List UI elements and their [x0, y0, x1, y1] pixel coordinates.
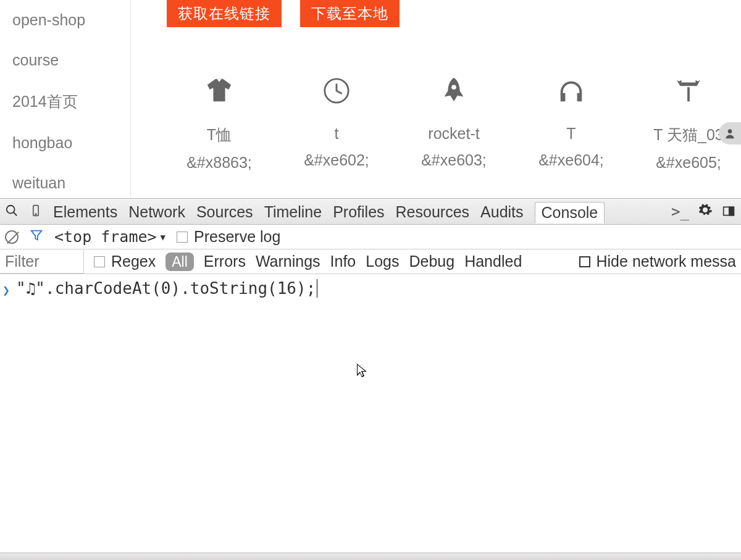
clock-icon	[320, 73, 354, 107]
filter-funnel-icon[interactable]	[30, 228, 43, 246]
headphones-icon	[555, 73, 588, 107]
tab-timeline[interactable]: Timeline	[264, 203, 322, 221]
user-badge-icon[interactable]	[719, 122, 741, 144]
device-icon[interactable]	[30, 203, 42, 221]
tab-console[interactable]: Console	[535, 202, 605, 224]
icon-cell-rocket[interactable]: rocket-t &#xe603;	[401, 73, 506, 172]
search-icon[interactable]	[5, 203, 19, 221]
icon-name: T恤	[207, 125, 232, 145]
icon-code: &#x8863;	[186, 154, 252, 172]
mouse-cursor-icon	[355, 361, 370, 381]
frame-selector[interactable]: <top frame> ▼	[54, 228, 165, 246]
svg-point-2	[728, 129, 732, 133]
hide-network-label: Hide network messa	[597, 253, 736, 270]
tshirt-icon	[203, 73, 237, 107]
devtools-tabbar: Elements Network Sources Timeline Profil…	[0, 199, 741, 225]
sidebar-item-weituan[interactable]: weituan	[0, 163, 130, 192]
icon-grid: T恤 &#x8863; t &#xe602; rocket-t &#xe603;	[167, 73, 741, 172]
icon-name: t	[335, 125, 339, 143]
preserve-log-checkbox[interactable]: Preserve log	[177, 228, 280, 246]
tab-sources[interactable]: Sources	[196, 203, 253, 221]
level-handled[interactable]: Handled	[464, 253, 522, 270]
tab-network[interactable]: Network	[128, 203, 185, 221]
hide-network-checkbox[interactable]: Hide network messa	[579, 253, 736, 270]
icon-cell-headphones[interactable]: T &#xe604;	[519, 73, 624, 172]
svg-rect-7	[729, 207, 734, 215]
icon-cell-tshirt[interactable]: T恤 &#x8863;	[167, 73, 272, 172]
tab-audits[interactable]: Audits	[480, 203, 523, 221]
download-local-button[interactable]: 下载至本地	[300, 0, 400, 27]
drawer-toggle-icon[interactable]: >_	[671, 203, 689, 220]
tab-elements[interactable]: Elements	[53, 203, 117, 221]
icon-code: &#xe603;	[421, 151, 487, 169]
regex-label: Regex	[111, 253, 156, 270]
icon-code: &#xe605;	[656, 154, 721, 172]
window-bottom-strip	[0, 553, 741, 560]
console-prompt-icon: ❯	[2, 279, 10, 298]
text-cursor-icon	[317, 279, 317, 298]
icon-name: T	[566, 125, 576, 143]
devtools-panel: Elements Network Sources Timeline Profil…	[0, 198, 741, 560]
icon-code: &#xe604;	[538, 151, 604, 169]
console-toolbar: <top frame> ▼ Preserve log	[0, 225, 741, 249]
tab-resources[interactable]: Resources	[396, 203, 470, 221]
level-warnings[interactable]: Warnings	[256, 253, 320, 270]
get-online-link-button[interactable]: 获取在线链接	[167, 0, 282, 27]
preserve-log-label: Preserve log	[194, 228, 280, 246]
svg-point-3	[7, 205, 15, 213]
console-body[interactable]: ❯ "♫".charCodeAt(0).toString(16);	[0, 274, 741, 560]
sidebar-item-course[interactable]: course	[0, 40, 130, 80]
sidebar-item-open-shop[interactable]: open-shop	[0, 0, 130, 40]
gear-icon[interactable]	[698, 203, 713, 221]
checkbox-icon	[94, 256, 105, 267]
filter-input[interactable]	[0, 250, 84, 274]
frame-selector-label: <top frame>	[54, 228, 157, 246]
regex-checkbox[interactable]: Regex	[94, 253, 156, 270]
console-input-text: "♫".charCodeAt(0).toString(16);	[16, 279, 316, 298]
sidebar: open-shop course 2014首页 hongbao weituan	[0, 0, 131, 198]
level-logs[interactable]: Logs	[366, 253, 399, 270]
dock-icon[interactable]	[721, 203, 736, 221]
tab-profiles[interactable]: Profiles	[333, 203, 384, 221]
icon-cell-clock[interactable]: t &#xe602;	[284, 73, 389, 172]
checkbox-icon	[177, 232, 188, 243]
icon-name: T 天猫_03	[653, 125, 723, 145]
clear-console-icon[interactable]	[5, 230, 19, 244]
console-filterbar: Regex All Errors Warnings Info Logs Debu…	[0, 249, 741, 274]
rocket-icon	[437, 73, 471, 107]
svg-point-5	[35, 214, 36, 215]
sidebar-item-hongbao[interactable]: hongbao	[0, 123, 130, 163]
sidebar-item-2014-home[interactable]: 2014首页	[0, 80, 130, 123]
level-all[interactable]: All	[165, 253, 194, 271]
chevron-down-icon: ▼	[161, 232, 165, 242]
level-errors[interactable]: Errors	[204, 253, 246, 270]
checkbox-icon	[579, 256, 590, 267]
icon-code: &#xe602;	[304, 151, 369, 169]
level-info[interactable]: Info	[330, 253, 356, 270]
content-area: 获取在线链接 下载至本地 T恤 &#x8863; t &#xe602;	[131, 0, 741, 198]
icon-name: rocket-t	[428, 125, 479, 143]
tmall-icon	[672, 73, 706, 107]
level-debug[interactable]: Debug	[409, 253, 454, 270]
svg-point-1	[451, 85, 456, 90]
